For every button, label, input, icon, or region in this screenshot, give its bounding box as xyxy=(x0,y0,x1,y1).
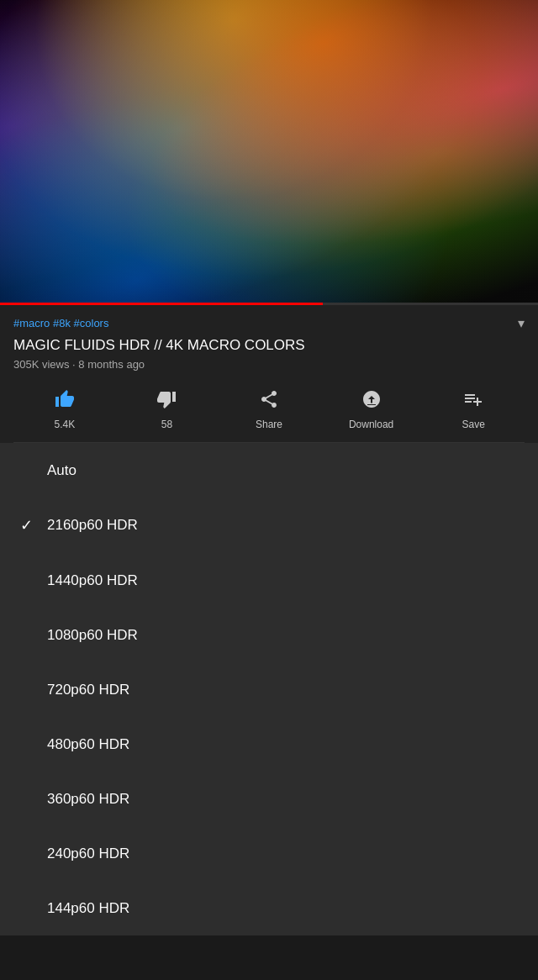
quality-option-720p60hdr[interactable]: 720p60 HDR xyxy=(0,662,538,717)
quality-option-360p60hdr[interactable]: 360p60 HDR xyxy=(0,772,538,826)
quality-label-720p60hdr: 720p60 HDR xyxy=(47,682,129,698)
like-button[interactable]: 5.4K xyxy=(40,389,90,430)
download-button[interactable]: Download xyxy=(346,389,397,430)
quality-label-480p60hdr: 480p60 HDR xyxy=(47,736,129,753)
quality-label-2160p60hdr: 2160p60 HDR xyxy=(47,517,138,534)
save-label: Save xyxy=(462,419,484,430)
dropdown-arrow-icon[interactable]: ▾ xyxy=(518,315,525,331)
quality-option-1440p60hdr[interactable]: 1440p60 HDR xyxy=(0,553,538,608)
action-row: 5.4K 58 Share xyxy=(13,382,525,443)
like-count: 5.4K xyxy=(54,419,75,430)
quality-label-240p60hdr: 240p60 HDR xyxy=(47,846,129,862)
save-icon xyxy=(463,389,483,414)
quality-option-2160p60hdr[interactable]: ✓ 2160p60 HDR xyxy=(0,498,538,553)
video-progress-bar[interactable] xyxy=(0,303,538,305)
save-button[interactable]: Save xyxy=(448,389,498,430)
video-meta: 305K views · 8 months ago xyxy=(13,358,525,371)
progress-bar-fill xyxy=(0,303,323,305)
quality-check-480p60hdr xyxy=(20,735,47,753)
thumbs-down-icon xyxy=(156,389,177,414)
quality-check-1080p60hdr xyxy=(20,626,47,644)
quality-label-144p60hdr: 144p60 HDR xyxy=(47,900,129,917)
dislike-button[interactable]: 58 xyxy=(141,389,192,430)
quality-label-1080p60hdr: 1080p60 HDR xyxy=(47,627,138,644)
hashtags-row: #macro #8k #colors ▾ xyxy=(13,315,525,331)
quality-check-144p60hdr xyxy=(20,899,47,917)
quality-option-auto[interactable]: Auto xyxy=(0,443,538,498)
share-button[interactable]: Share xyxy=(244,389,294,430)
quality-option-240p60hdr[interactable]: 240p60 HDR xyxy=(0,826,538,881)
quality-label-auto: Auto xyxy=(47,462,76,479)
quality-option-480p60hdr[interactable]: 480p60 HDR xyxy=(0,717,538,772)
download-label: Download xyxy=(349,419,393,430)
video-info-section: #macro #8k #colors ▾ MAGIC FLUIDS HDR //… xyxy=(0,305,538,443)
quality-label-360p60hdr: 360p60 HDR xyxy=(47,791,129,808)
quality-check-360p60hdr xyxy=(20,790,47,808)
share-icon xyxy=(259,389,279,414)
hashtags-text: #macro #8k #colors xyxy=(13,317,108,329)
quality-check-240p60hdr xyxy=(20,845,47,862)
dislike-count: 58 xyxy=(161,419,172,430)
share-label: Share xyxy=(256,419,282,430)
quality-list: Auto ✓ 2160p60 HDR 1440p60 HDR 1080p60 H… xyxy=(0,443,538,935)
quality-option-1080p60hdr[interactable]: 1080p60 HDR xyxy=(0,608,538,662)
quality-label-1440p60hdr: 1440p60 HDR xyxy=(47,572,138,589)
download-icon xyxy=(361,389,382,414)
video-thumbnail[interactable] xyxy=(0,0,538,303)
quality-check-1440p60hdr xyxy=(20,572,47,589)
thumbs-up-icon xyxy=(55,389,75,414)
quality-check-auto xyxy=(20,461,47,479)
video-title: MAGIC FLUIDS HDR // 4K MACRO COLORS xyxy=(13,336,525,355)
quality-check-2160p60hdr: ✓ xyxy=(20,516,47,535)
quality-option-144p60hdr[interactable]: 144p60 HDR xyxy=(0,881,538,935)
quality-check-720p60hdr xyxy=(20,681,47,698)
